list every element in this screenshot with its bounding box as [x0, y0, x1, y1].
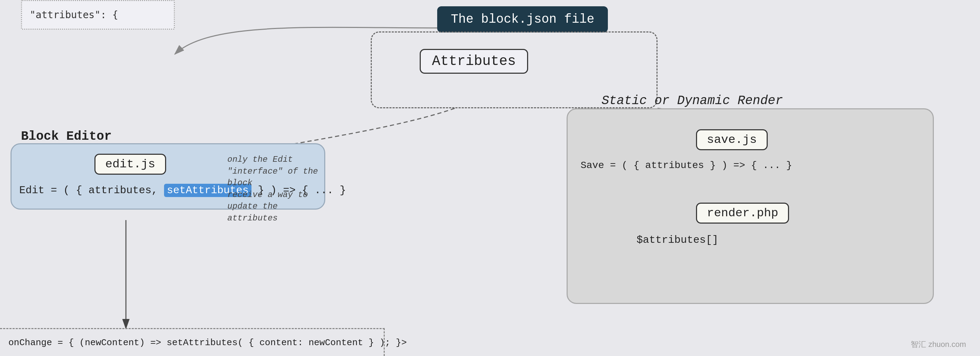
code-content: "attributes": {	[30, 7, 166, 22]
attributes-label: Attributes	[420, 49, 528, 74]
block-json-badge: The block.json file	[437, 6, 608, 33]
block-editor-label: Block Editor	[21, 129, 111, 144]
editjs-badge: edit.js	[94, 154, 166, 175]
savejs-badge: save.js	[696, 129, 768, 150]
code-block: "attributes": {	[21, 0, 175, 30]
onchange-text: onChange = { (newContent) => setAttribut…	[8, 337, 407, 348]
save-function-line: Save = ( { attributes } ) => { ... }	[581, 160, 792, 171]
onchange-box: onChange = { (newContent) => setAttribut…	[0, 328, 385, 356]
watermark: 智汇 zhuon.com	[911, 339, 966, 350]
attr-php-line: $attributes[]	[636, 234, 718, 246]
edit-note: only the Edit "interface" of the block r…	[228, 154, 325, 224]
renderphp-badge: render.php	[696, 203, 789, 223]
render-section-label: Static or Dynamic Render	[601, 93, 783, 108]
